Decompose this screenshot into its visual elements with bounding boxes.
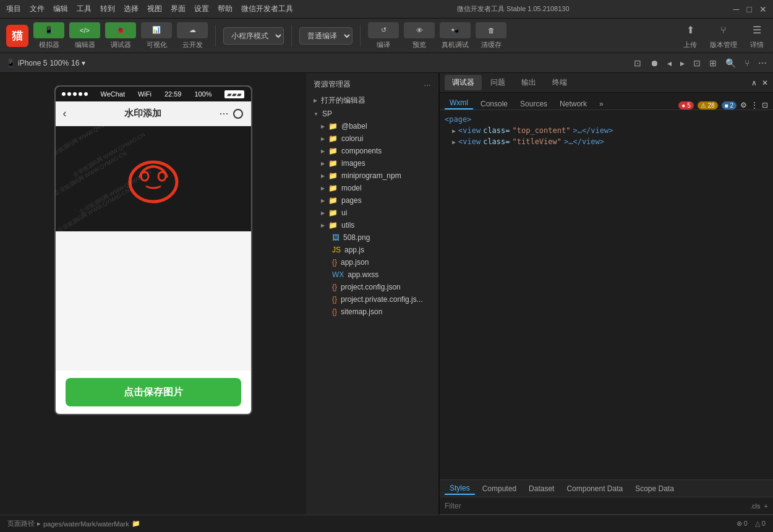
- tab-computed[interactable]: Computed: [477, 483, 521, 494]
- simulator-btn[interactable]: 📱 模拟器: [33, 22, 64, 49]
- home-icon[interactable]: ⊡: [693, 58, 701, 68]
- list-item[interactable]: ▶ 📁 ui: [306, 207, 438, 219]
- menu-help[interactable]: 帮助: [218, 4, 233, 14]
- folder-icon-8: 📁: [328, 221, 338, 230]
- open-editors-item[interactable]: ▶ 打开的编辑器: [306, 93, 438, 108]
- zoom-level: 100%: [49, 59, 69, 67]
- more-options-icon[interactable]: ⋮: [751, 101, 758, 109]
- dock-icon[interactable]: ⊡: [762, 101, 768, 109]
- editor-btn[interactable]: </> 编辑器: [69, 22, 100, 49]
- tab-sources[interactable]: Sources: [515, 98, 552, 109]
- list-item[interactable]: WX app.wxss: [306, 268, 438, 281]
- folder-icon-2: 📁: [328, 147, 338, 155]
- dom-line-1[interactable]: ▶ <view class= "top_content" >…</view>: [445, 125, 768, 136]
- file-name-4: project.config.json: [341, 283, 401, 291]
- nav-dots[interactable]: ···: [219, 107, 228, 120]
- mode-select[interactable]: 小程序模式 插件模式: [223, 27, 284, 45]
- filter-input[interactable]: [445, 502, 745, 510]
- close-button[interactable]: ✕: [759, 4, 767, 14]
- tab-console[interactable]: Console: [476, 98, 513, 109]
- list-item[interactable]: {} app.json: [306, 256, 438, 268]
- list-item[interactable]: JS app.js: [306, 244, 438, 256]
- close-devtools-up[interactable]: ∧: [751, 79, 757, 87]
- file-name-2: app.json: [341, 258, 369, 267]
- add-style-button[interactable]: +: [764, 502, 768, 510]
- list-item[interactable]: {} project.private.config.js...: [306, 293, 438, 306]
- list-item[interactable]: ▶ 📁 components: [306, 145, 438, 157]
- compile-btn[interactable]: ↺ 编译: [368, 22, 399, 49]
- list-item[interactable]: {} sitemap.json: [306, 306, 438, 318]
- explorer-more-icon[interactable]: ···: [424, 80, 431, 90]
- folder-arrow-6: ▶: [321, 198, 325, 204]
- menu-select[interactable]: 选择: [124, 4, 139, 14]
- menu-file[interactable]: 文件: [30, 4, 45, 14]
- window-controls[interactable]: ─ □ ✕: [733, 4, 767, 14]
- menu-interface[interactable]: 界面: [171, 4, 186, 14]
- folder-icon-3: 📁: [328, 159, 338, 168]
- tab-debugger[interactable]: 调试器: [445, 75, 482, 90]
- menu-wechat[interactable]: 微信开发者工具: [241, 4, 293, 14]
- expand-arrow-1[interactable]: ▶: [452, 127, 456, 134]
- list-item[interactable]: ▶ 📁 miniprogram_npm: [306, 169, 438, 182]
- clear-cache-btn[interactable]: 🗑 清缓存: [476, 22, 506, 49]
- styles-panel: Styles Computed Dataset Component Data S…: [440, 479, 773, 515]
- cls-button[interactable]: .cls: [750, 502, 761, 510]
- tab-network[interactable]: Network: [555, 98, 592, 109]
- font-size: 16: [71, 59, 79, 67]
- list-item[interactable]: ▶ 📁 colorui: [306, 132, 438, 145]
- upload-btn[interactable]: ⬆ 上传: [680, 22, 700, 49]
- list-item[interactable]: 🖼 508.png: [306, 231, 438, 244]
- close-devtools[interactable]: ✕: [762, 79, 768, 87]
- tab-wxml[interactable]: Wxml: [445, 97, 473, 109]
- list-item[interactable]: ▶ 📁 images: [306, 157, 438, 169]
- chevron-icon[interactable]: ▾: [82, 59, 85, 67]
- list-item[interactable]: ▶ 📁 utils: [306, 219, 438, 231]
- cloud-btn[interactable]: ☁ 云开发: [177, 22, 208, 49]
- record-btn[interactable]: [233, 109, 243, 119]
- tab-styles[interactable]: Styles: [445, 483, 475, 495]
- minimize-button[interactable]: ─: [733, 4, 740, 14]
- compile-mode-select[interactable]: 普通编译: [299, 27, 352, 45]
- real-debug-btn[interactable]: 📲 真机调试: [440, 22, 471, 49]
- tab-issues[interactable]: 问题: [483, 75, 513, 90]
- screenshot-icon[interactable]: ⊞: [709, 58, 717, 68]
- tab-dataset[interactable]: Dataset: [524, 483, 559, 494]
- preview-btn[interactable]: 👁 预览: [404, 22, 435, 49]
- back-icon[interactable]: ◂: [667, 58, 672, 68]
- list-item[interactable]: ▶ 📁 @babel: [306, 120, 438, 132]
- expand-arrow-2[interactable]: ▶: [452, 139, 456, 145]
- menu-tools[interactable]: 工具: [77, 4, 92, 14]
- save-button[interactable]: 点击保存图片: [66, 378, 241, 406]
- forward-icon[interactable]: ▸: [680, 58, 685, 68]
- settings-icon[interactable]: ⚙: [740, 101, 747, 109]
- tab-component-data[interactable]: Component Data: [562, 483, 628, 494]
- maximize-button[interactable]: □: [747, 4, 752, 14]
- menu-view[interactable]: 视图: [147, 4, 162, 14]
- version-btn[interactable]: ⑂ 版本管理: [710, 22, 737, 49]
- record-icon[interactable]: ⏺: [650, 58, 659, 68]
- debugger-btn[interactable]: 🐞 调试器: [105, 22, 136, 49]
- tab-scope-data[interactable]: Scope Data: [630, 483, 679, 494]
- rotate-icon[interactable]: ⊡: [634, 58, 641, 68]
- menu-project[interactable]: 项目: [6, 4, 21, 14]
- share-icon[interactable]: ⑂: [745, 58, 750, 68]
- list-item[interactable]: ▶ 📁 pages: [306, 194, 438, 207]
- more-icon[interactable]: ⋯: [758, 58, 767, 68]
- menu-bar[interactable]: 项目 文件 编辑 工具 转到 选择 视图 界面 设置 帮助 微信开发者工具: [6, 4, 293, 14]
- menu-goto[interactable]: 转到: [100, 4, 115, 14]
- dom-line-0: <page>: [445, 114, 768, 125]
- visualize-btn[interactable]: 📊 可视化: [141, 22, 172, 49]
- project-root[interactable]: ▼ SP: [306, 108, 438, 120]
- tab-terminal[interactable]: 终端: [545, 75, 574, 90]
- menu-edit[interactable]: 编辑: [53, 4, 68, 14]
- list-item[interactable]: {} project.config.json: [306, 281, 438, 293]
- folder-arrow-8: ▶: [321, 223, 325, 228]
- tab-more[interactable]: »: [594, 98, 609, 109]
- list-item[interactable]: ▶ 📁 model: [306, 182, 438, 194]
- back-button[interactable]: ‹: [63, 107, 67, 120]
- details-btn[interactable]: ☰ 详情: [747, 22, 767, 49]
- search-icon[interactable]: 🔍: [725, 58, 736, 68]
- tab-output[interactable]: 输出: [514, 75, 544, 90]
- dom-line-2[interactable]: ▶ <view class= "titleView" >…</view>: [445, 136, 768, 147]
- menu-settings[interactable]: 设置: [194, 4, 209, 14]
